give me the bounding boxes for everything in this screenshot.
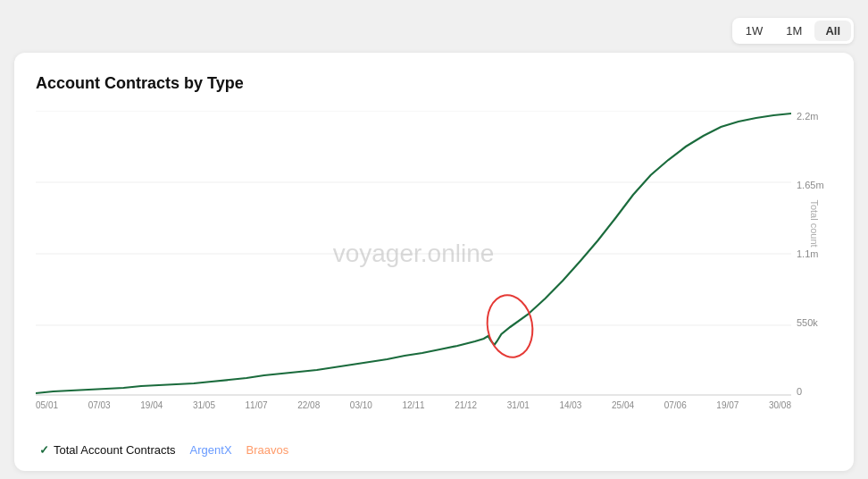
x-label-7: 12/11 xyxy=(402,400,424,410)
time-range-selector: 1W 1M All xyxy=(732,18,854,44)
x-label-4: 11/07 xyxy=(246,400,268,410)
time-btn-1m[interactable]: 1M xyxy=(775,21,813,41)
time-btn-all[interactable]: All xyxy=(814,21,851,41)
x-label-14: 30/08 xyxy=(769,400,791,410)
x-label-13: 19/07 xyxy=(716,400,739,410)
x-label-0: 05/01 xyxy=(36,400,58,410)
x-label-2: 19/04 xyxy=(140,400,163,410)
legend-item-argentx: ArgentX xyxy=(190,443,232,457)
x-label-10: 14/03 xyxy=(559,400,581,410)
x-label-5: 22/08 xyxy=(297,400,320,410)
time-btn-1w[interactable]: 1W xyxy=(735,21,774,41)
legend-label-argentx: ArgentX xyxy=(190,443,232,457)
y-label-3: 1.1m xyxy=(797,248,818,259)
x-label-1: 07/03 xyxy=(88,400,111,410)
x-label-9: 31/01 xyxy=(507,400,530,410)
legend-label-braavos: Braavos xyxy=(246,443,289,457)
legend-item-braavos: Braavos xyxy=(246,443,289,457)
y-label-4: 550k xyxy=(797,317,818,328)
y-label-top: 2.2m xyxy=(797,111,818,122)
x-label-12: 07/06 xyxy=(664,400,687,410)
y-axis: 2.2m 1.65m 1.1m 550k 0 xyxy=(791,111,836,397)
chart-svg xyxy=(36,111,791,397)
legend-check-icon: ✓ xyxy=(39,443,49,457)
legend-label-total: Total Account Contracts xyxy=(54,443,176,457)
top-bar: 1W 1M All xyxy=(14,18,854,44)
legend-item-total: ✓ Total Account Contracts xyxy=(39,443,176,457)
x-label-3: 31/05 xyxy=(193,400,215,410)
x-label-6: 03/10 xyxy=(350,400,372,410)
y-axis-title: Total count xyxy=(808,199,819,247)
y-label-bottom: 0 xyxy=(797,386,802,397)
x-label-8: 21/12 xyxy=(455,400,477,410)
x-label-11: 25/04 xyxy=(612,400,634,410)
chart-card: Account Contracts by Type voyager.online… xyxy=(14,53,854,471)
chart-legend: ✓ Total Account Contracts ArgentX Braavo… xyxy=(36,443,836,457)
y-label-2: 1.65m xyxy=(797,180,824,190)
card-title: Account Contracts by Type xyxy=(36,74,836,93)
chart-container: voyager.online 2.2m 1.65m 1.1m 550k 0 xyxy=(36,111,836,433)
chart-area: voyager.online xyxy=(36,111,791,397)
x-axis: 05/01 07/03 19/04 31/05 11/07 22/08 03/1… xyxy=(36,400,836,410)
